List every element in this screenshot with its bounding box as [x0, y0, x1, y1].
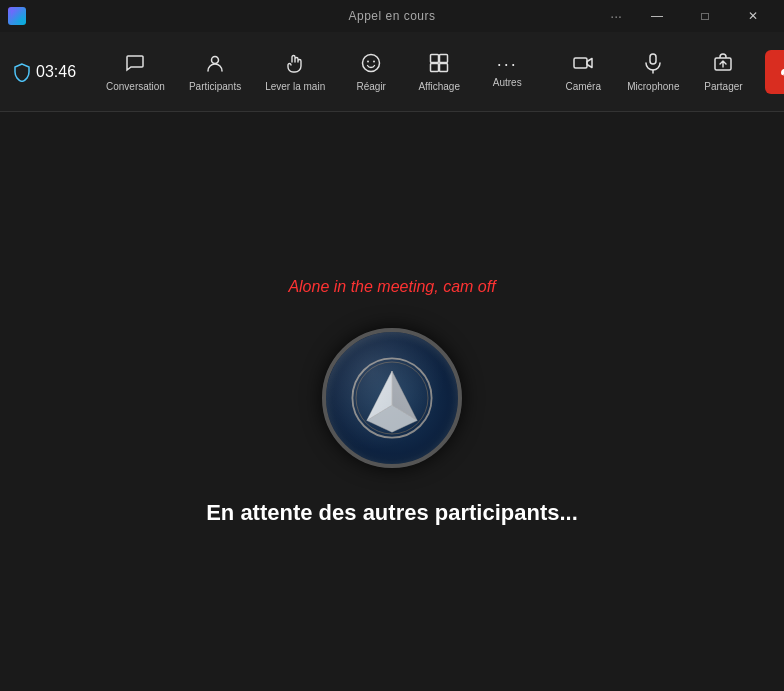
- title-bar: Appel en cours ··· — □ ✕: [0, 0, 784, 32]
- toolbar-item-microphone[interactable]: Microphone: [617, 46, 689, 98]
- toolbar-right: Caméra Microphone Partager: [551, 46, 784, 98]
- svg-rect-9: [574, 58, 587, 68]
- call-timer: 03:46: [36, 63, 84, 81]
- minimize-button[interactable]: —: [634, 0, 680, 32]
- svg-point-3: [367, 60, 369, 62]
- toolbar-item-participants[interactable]: Participants: [179, 46, 251, 98]
- logo-container: [322, 328, 462, 468]
- participants-icon: [204, 52, 226, 77]
- close-button[interactable]: ✕: [730, 0, 776, 32]
- svg-rect-8: [440, 63, 448, 71]
- autres-label: Autres: [493, 77, 522, 88]
- svg-line-16: [367, 405, 392, 420]
- maximize-button[interactable]: □: [682, 0, 728, 32]
- toolbar-item-camera[interactable]: Caméra: [551, 46, 615, 98]
- svg-point-14: [356, 362, 428, 434]
- title-bar-left: [8, 7, 26, 25]
- raise-hand-icon: [284, 52, 306, 77]
- participants-label: Participants: [189, 81, 241, 92]
- quit-button[interactable]: Quitter: [765, 50, 784, 94]
- svg-rect-7: [431, 63, 439, 71]
- title-bar-controls: ··· — □ ✕: [600, 0, 776, 32]
- waiting-text: En attente des autres participants...: [206, 500, 578, 526]
- svg-point-4: [373, 60, 375, 62]
- toolbar-item-partager[interactable]: Partager: [691, 46, 755, 98]
- conversation-icon: [124, 52, 146, 77]
- alert-text: Alone in the meeting, cam off: [288, 278, 495, 296]
- svg-point-1: [212, 56, 219, 63]
- microphone-icon: [642, 52, 664, 77]
- main-content: Alone in the meeting, cam off: [0, 112, 784, 691]
- conversation-label: Conversation: [106, 81, 165, 92]
- svg-point-13: [352, 358, 431, 437]
- toolbar-item-lever-la-main[interactable]: Lever la main: [255, 46, 335, 98]
- toolbar-item-autres[interactable]: ··· Autres: [475, 49, 539, 94]
- app-title-text: Appel en cours: [348, 9, 435, 23]
- app-icon: [8, 7, 26, 25]
- svg-line-17: [392, 405, 417, 420]
- svg-rect-5: [431, 54, 439, 62]
- microphone-label: Microphone: [627, 81, 679, 92]
- affichage-icon: [428, 52, 450, 77]
- camera-label: Caméra: [565, 81, 601, 92]
- title-bar-dots[interactable]: ···: [600, 8, 632, 24]
- svg-rect-6: [440, 54, 448, 62]
- title-bar-title: Appel en cours: [348, 9, 435, 23]
- toolbar-item-reagir[interactable]: Réagir: [339, 46, 403, 98]
- toolbar-item-conversation[interactable]: Conversation: [96, 46, 175, 98]
- react-icon: [360, 52, 382, 77]
- svg-rect-10: [650, 54, 656, 64]
- shield-icon: [12, 62, 32, 82]
- svg-point-2: [363, 54, 380, 71]
- lever-la-main-label: Lever la main: [265, 81, 325, 92]
- logo-svg: [347, 353, 437, 443]
- camera-icon: [572, 52, 594, 77]
- svg-rect-0: [11, 10, 23, 22]
- partager-label: Partager: [704, 81, 742, 92]
- reagir-label: Réagir: [356, 81, 385, 92]
- affichage-label: Affichage: [418, 81, 460, 92]
- toolbar-left: 03:46 Conversation Participants: [12, 46, 539, 98]
- share-icon: [712, 52, 734, 77]
- toolbar-item-affichage[interactable]: Affichage: [407, 46, 471, 98]
- toolbar: 03:46 Conversation Participants: [0, 32, 784, 112]
- autres-icon: ···: [497, 55, 518, 73]
